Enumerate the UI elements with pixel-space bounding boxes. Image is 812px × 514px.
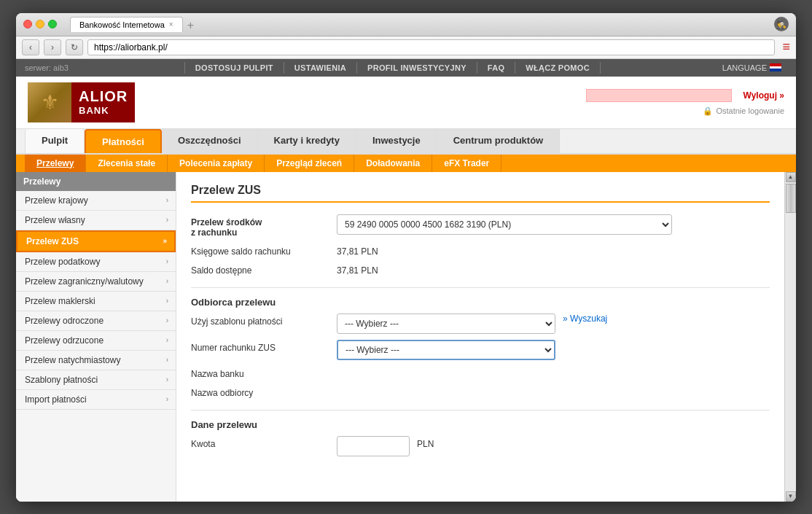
logout-btn[interactable]: Wyloguj » bbox=[743, 90, 784, 101]
tab-inwestycje[interactable]: Inwestycje bbox=[356, 129, 437, 153]
header-right: Wyloguj » 🔒 Ostatnie logowanie bbox=[586, 89, 784, 116]
traffic-lights bbox=[23, 20, 57, 28]
sidebar-item-zagraniczny[interactable]: Przelew zagraniczny/walutowy › bbox=[16, 272, 176, 292]
available-row: Saldo dostępne 37,81 PLN bbox=[191, 262, 770, 276]
balance-label: Księgowe saldo rachunku bbox=[191, 244, 329, 257]
forward-btn[interactable]: › bbox=[44, 39, 61, 55]
sidebar-item-label: Przelewy odrzucone bbox=[25, 335, 104, 346]
sidebar-item-krajowy[interactable]: Przelew krajowy › bbox=[16, 191, 176, 211]
sidebar-item-label: Przelewy odroczone bbox=[25, 316, 104, 326]
scroll-down-btn[interactable]: ▼ bbox=[786, 491, 796, 502]
logo-container: ⚜ ALIOR BANK bbox=[28, 82, 135, 122]
subtab-przeglad[interactable]: Przegląd zleceń bbox=[265, 155, 354, 172]
amount-row: Kwota PLN bbox=[191, 436, 770, 456]
template-select[interactable]: --- Wybierz --- bbox=[337, 314, 555, 334]
sidebar-item-label: Przelew maklerski bbox=[25, 296, 95, 306]
forward-icon: › bbox=[51, 42, 54, 52]
language-btn[interactable]: LANGUAGE bbox=[717, 62, 787, 74]
sidebar-item-label: Import płatności bbox=[25, 394, 87, 405]
template-row: Użyj szablonu płatności --- Wybierz --- … bbox=[191, 314, 770, 334]
maximize-window-btn[interactable] bbox=[48, 20, 57, 28]
sidebar-item-podatkowy[interactable]: Przelew podatkowy › bbox=[16, 252, 176, 272]
bank-header: ⚜ ALIOR BANK Wyloguj » 🔒 Ostatnie logowa… bbox=[16, 77, 796, 129]
transfer-from-section: Przelew środkówz rachunku 59 2490 0005 0… bbox=[191, 214, 770, 276]
tab-pulpit[interactable]: Pulpit bbox=[25, 129, 85, 153]
sidebar-item-label: Przelew zagraniczny/walutowy bbox=[25, 276, 144, 287]
bank-sub: BANK bbox=[79, 105, 128, 116]
bank-name-row: Nazwa banku bbox=[191, 366, 770, 379]
recipient-section: Odbiorca przelewu Użyj szablonu płatnośc… bbox=[191, 297, 770, 398]
nav-profil[interactable]: PROFIL INWESTYCYJNY bbox=[357, 62, 477, 74]
zus-account-select[interactable]: --- Wybierz --- bbox=[337, 340, 555, 360]
new-tab-btn[interactable]: + bbox=[183, 19, 198, 32]
tab-karty[interactable]: Karty i kredyty bbox=[258, 129, 356, 153]
sidebar-item-zus[interactable]: Przelew ZUS » bbox=[16, 230, 176, 252]
incognito-icon: 🕵 bbox=[774, 17, 789, 31]
sidebar-item-natychmiastowy[interactable]: Przelew natychmiastowy › bbox=[16, 351, 176, 370]
nav-pomoc[interactable]: WŁĄCZ POMOC bbox=[515, 62, 601, 74]
refresh-btn[interactable]: ↻ bbox=[66, 39, 83, 55]
template-label: Użyj szablonu płatności bbox=[191, 314, 329, 327]
recipient-header: Odbiorca przelewu bbox=[191, 297, 770, 308]
main-content: Przelew ZUS Przelew środkówz rachunku 59… bbox=[176, 172, 784, 502]
sidebar-item-label: Szablony płatności bbox=[25, 375, 98, 385]
tab-title: Bankowość Internetowa bbox=[79, 20, 165, 29]
sidebar-item-label: Przelew podatkowy bbox=[25, 257, 100, 267]
back-btn[interactable]: ‹ bbox=[22, 39, 39, 55]
close-window-btn[interactable] bbox=[23, 20, 32, 28]
sidebar-item-import[interactable]: Import płatności › bbox=[16, 390, 176, 410]
nav-faq[interactable]: FAQ bbox=[477, 62, 516, 74]
arrow-icon: › bbox=[166, 336, 168, 344]
tab-oszczednosci[interactable]: Oszczędności bbox=[162, 129, 258, 153]
sidebar-item-label: Przelew własny bbox=[25, 215, 85, 225]
search-link[interactable]: » Wyszukaj bbox=[563, 314, 607, 324]
sidebar-item-szablony[interactable]: Szablony płatności › bbox=[16, 370, 176, 390]
browser-menu-icon[interactable]: ≡ bbox=[782, 39, 790, 55]
pln-label: PLN bbox=[417, 436, 434, 449]
subtab-efx[interactable]: eFX Trader bbox=[432, 155, 501, 172]
sidebar-item-odrzucone[interactable]: Przelewy odrzucone › bbox=[16, 331, 176, 351]
subtab-zlecenia[interactable]: Zlecenia stałe bbox=[86, 155, 168, 172]
subtab-polecenia[interactable]: Polecenia zapłaty bbox=[168, 155, 265, 172]
scroll-up-btn[interactable]: ▲ bbox=[786, 172, 796, 182]
masked-username bbox=[586, 89, 732, 102]
sidebar: Przelewy Przelew krajowy › Przelew własn… bbox=[16, 172, 176, 502]
tab-centrum[interactable]: Centrum produktów bbox=[437, 129, 561, 153]
arrow-icon: › bbox=[166, 196, 168, 204]
arrow-icon: › bbox=[166, 297, 168, 305]
transfer-data-section: Dane przelewu Kwota PLN bbox=[191, 419, 770, 456]
arrow-icon: › bbox=[166, 216, 168, 224]
tab-platnosci[interactable]: Płatności bbox=[85, 129, 162, 153]
subtab-doladowania[interactable]: Doładowania bbox=[354, 155, 432, 172]
top-nav: DOSTOSUJ PULPIT USTAWIENIA PROFIL INWEST… bbox=[83, 62, 702, 74]
sidebar-item-odroczone[interactable]: Przelewy odroczone › bbox=[16, 311, 176, 331]
nav-dostosuj[interactable]: DOSTOSUJ PULPIT bbox=[184, 62, 284, 74]
back-icon: ‹ bbox=[29, 42, 32, 52]
logo-image: ⚜ bbox=[28, 82, 71, 122]
content-wrapper: Przelewy Przelew krajowy › Przelew własn… bbox=[16, 172, 796, 502]
recipient-name-label: Nazwa odbiorcy bbox=[191, 385, 329, 398]
available-value: 37,81 PLN bbox=[337, 262, 378, 276]
account-select[interactable]: 59 2490 0005 0000 4500 1682 3190 (PLN) bbox=[337, 214, 672, 235]
active-browser-tab[interactable]: Bankowość Internetowa × bbox=[70, 17, 183, 32]
section-divider-1 bbox=[191, 287, 770, 288]
arrow-icon: » bbox=[163, 237, 167, 245]
title-bar: Bankowość Internetowa × + 🕵 bbox=[16, 13, 796, 36]
user-info-bar: Wyloguj » bbox=[586, 89, 784, 102]
subtab-przelewy[interactable]: Przelewy bbox=[25, 155, 86, 172]
sidebar-item-maklerski[interactable]: Przelew maklerski › bbox=[16, 292, 176, 311]
account-row: Przelew środkówz rachunku 59 2490 0005 0… bbox=[191, 214, 770, 238]
sidebar-item-wlasny[interactable]: Przelew własny › bbox=[16, 211, 176, 230]
bank-name: ALIOR bbox=[79, 88, 128, 105]
arrow-icon: › bbox=[166, 277, 168, 285]
minimize-window-btn[interactable] bbox=[36, 20, 44, 28]
address-bar[interactable] bbox=[87, 39, 775, 55]
amount-input[interactable] bbox=[337, 436, 410, 456]
balance-row: Księgowe saldo rachunku 37,81 PLN bbox=[191, 244, 770, 257]
bank-name-label: Nazwa banku bbox=[191, 366, 329, 379]
available-label: Saldo dostępne bbox=[191, 262, 329, 276]
scroll-thumb[interactable] bbox=[786, 184, 796, 213]
nav-ustawienia[interactable]: USTAWIENIA bbox=[284, 62, 357, 74]
tab-close-btn[interactable]: × bbox=[169, 20, 173, 28]
main-nav: Pulpit Płatności Oszczędności Karty i kr… bbox=[16, 129, 796, 155]
